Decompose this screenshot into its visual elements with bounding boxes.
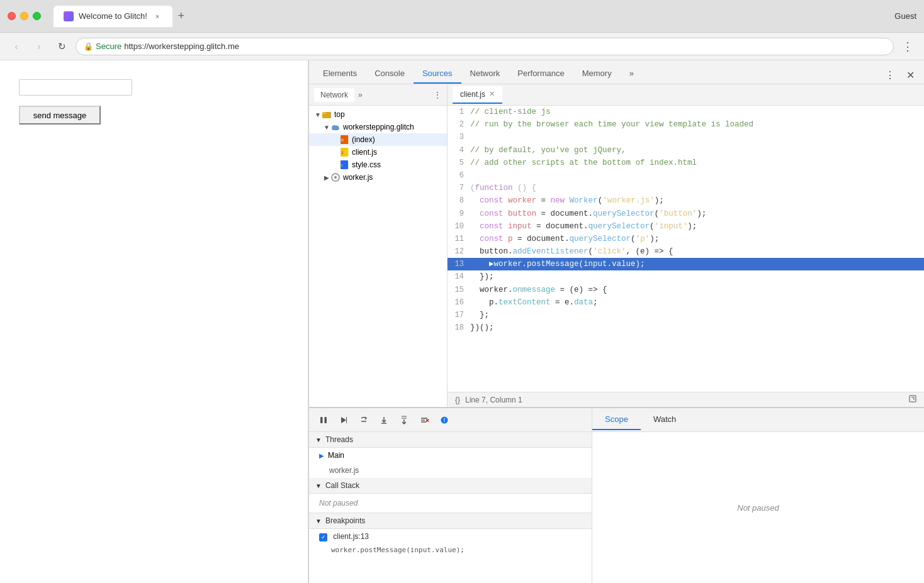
scope-tab-scope[interactable]: Scope [592,409,641,430]
editor-tab-close[interactable]: ✕ [489,90,495,98]
code-line-1: 1 // client-side js [448,106,924,118]
tab-memory[interactable]: Memory [573,65,621,84]
threads-arrow: ▼ [315,436,322,443]
code-line-16: 16 p.textContent = e.data; [448,296,924,309]
code-line-13: 13 ▶worker.postMessage(input.value); [448,258,924,270]
back-button[interactable]: ‹ [8,38,25,55]
scope-content: Not paused [592,432,924,583]
code-line-2: 2 // run by the browser each time your v… [448,118,924,131]
tab-sources[interactable]: Sources [414,65,461,84]
scope-tabs: Scope Watch [592,408,924,432]
scope-tab-watch[interactable]: Watch [641,409,689,430]
tree-item-index[interactable]: H (index) [309,133,447,146]
threads-label: Threads [325,435,353,444]
browser-tab-active[interactable]: Welcome to Glitch! × [54,6,172,27]
tree-item-top[interactable]: ▼ top [309,108,447,121]
thread-worker-label: worker.js [329,466,359,475]
code-line-9: 9 const button = document.querySelector(… [448,208,924,220]
tab-more[interactable]: » [621,65,643,84]
tree-arrow-top: ▼ [314,111,322,118]
bp-file-label: client.js:13 [333,532,369,541]
svg-rect-13 [910,396,916,402]
code-line-6: 6 [448,169,924,182]
tree-item-domain[interactable]: ▼ workerstepping.glitch [309,121,447,133]
threads-content: ▶ Main worker.js [309,448,592,478]
address-bar[interactable]: 🔒 Secure https://workerstepping.glitch.m… [76,38,894,55]
new-tab-button[interactable]: + [172,8,190,25]
debugger-panel: ▼ Threads ▶ Main worker.js [309,408,592,583]
tab-network[interactable]: Network [461,65,509,84]
devtools-close-button[interactable]: ✕ [901,66,919,84]
tree-item-clientjs[interactable]: J client.js [309,146,447,158]
bp-checkbox[interactable]: ✓ [319,533,327,541]
tab-bar: Welcome to Glitch! × + [54,6,889,27]
step-into-button[interactable] [376,412,392,428]
pause-on-exceptions-button[interactable] [436,412,453,428]
file-js-icon: J [339,147,349,157]
devtools-tab-bar: Elements Console Sources Network Perform… [309,60,924,84]
devtools-toolbar-right: ⋮ ✕ [881,66,919,84]
tree-item-workerjs[interactable]: ▶ worker.js [309,171,447,184]
toggle-breakpoints-button[interactable] [416,412,432,428]
svg-text:H: H [341,138,344,142]
breakpoints-label: Breakpoints [325,516,365,525]
svg-point-30 [444,421,445,422]
webpage-content: send message [0,60,308,583]
code-editor[interactable]: 1 // client-side js 2 // run by the brow… [448,106,924,392]
url-display: https://workerstepping.glitch.me [124,42,239,51]
code-line-8: 8 const worker = new Worker('worker.js')… [448,194,924,207]
tab-console[interactable]: Console [366,65,414,84]
svg-rect-15 [325,417,327,423]
status-expand-icon[interactable] [909,395,916,403]
breakpoint-item[interactable]: ✓ client.js:13 [309,529,592,545]
tab-elements[interactable]: Elements [314,65,366,84]
dt-bottom: ▼ Threads ▶ Main worker.js [309,407,924,583]
svg-rect-14 [320,417,323,423]
tab-title: Welcome to Glitch! [79,11,147,21]
thread-play-icon: ▶ [319,452,324,459]
code-line-10: 10 const input = document.querySelector(… [448,220,924,233]
resume-button[interactable] [335,412,352,428]
tab-performance[interactable]: Performance [509,65,573,84]
thread-worker[interactable]: worker.js [309,463,592,478]
code-line-11: 11 const p = document.querySelector('p')… [448,233,924,245]
maximize-traffic-light[interactable] [33,12,41,20]
devtools-settings-button[interactable]: ⋮ [881,66,899,84]
editor-tabs: client.js ✕ [448,84,924,106]
secure-label: Secure [96,42,121,51]
tree-arrow-worker: ▶ [323,174,330,181]
breakpoints-section-header[interactable]: ▼ Breakpoints [309,513,592,529]
panel-more-button[interactable]: » [358,91,363,99]
nav-bar: ‹ › ↻ 🔒 Secure https://workerstepping.gl… [0,33,924,60]
scope-panel: Scope Watch Not paused [592,408,924,583]
step-over-button[interactable] [356,412,372,428]
panel-menu-button[interactable]: ⋮ [433,90,442,100]
code-line-15: 15 worker.onmessage = (e) => { [448,284,924,296]
threads-section-header[interactable]: ▼ Threads [309,432,592,448]
step-out-button[interactable] [396,412,412,428]
forward-button[interactable]: › [30,38,48,55]
call-stack-label: Call Stack [325,481,359,490]
svg-rect-29 [444,418,445,421]
svg-rect-1 [322,112,326,114]
browser-more-button[interactable]: ⋮ [899,38,916,55]
status-position: Line 7, Column 1 [465,396,522,404]
browser-frame: Welcome to Glitch! × + Guest ‹ › ↻ 🔒 Sec… [0,0,924,583]
editor-tab-clientjs[interactable]: client.js ✕ [453,86,502,104]
page-area: send message Elements Console Sources [0,60,924,583]
send-message-button[interactable]: send message [19,106,101,125]
thread-main[interactable]: ▶ Main [309,448,592,463]
reload-button[interactable]: ↻ [53,38,70,55]
status-bar-right [909,395,916,404]
dt-center-panel: client.js ✕ 1 // client-side js 2 [448,84,924,407]
message-input[interactable] [19,79,132,96]
call-stack-section-header[interactable]: ▼ Call Stack [309,478,592,494]
panel-tab-network[interactable]: Network [314,88,354,102]
svg-text:J: J [341,150,344,155]
close-traffic-light[interactable] [8,12,16,20]
pause-button[interactable] [315,412,332,428]
tab-close-button[interactable]: × [152,11,162,21]
dt-left-panel: Network » ⋮ ▼ top [309,84,448,407]
tree-item-stylecss[interactable]: C style.css [309,158,447,171]
minimize-traffic-light[interactable] [20,12,28,20]
